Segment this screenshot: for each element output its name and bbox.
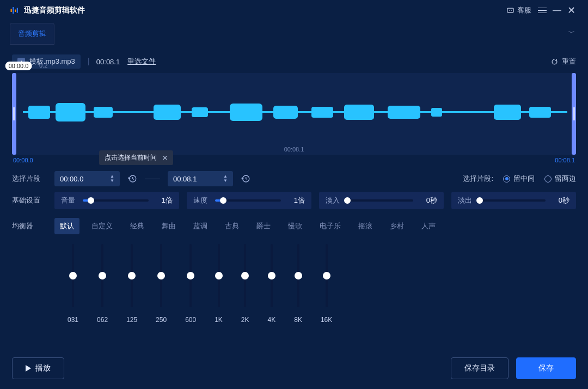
reset-label: 重置 xyxy=(562,57,576,66)
eq-band-label-062: 062 xyxy=(97,316,108,324)
eq-preset-4[interactable]: 蓝调 xyxy=(188,218,213,234)
svg-rect-12 xyxy=(192,107,208,117)
play-label: 播放 xyxy=(35,363,51,373)
segment-from-input[interactable]: 00:00.0 ▲▼ xyxy=(54,171,120,186)
eq-band-slider-1K[interactable] xyxy=(218,244,220,307)
eq-band-slider-600[interactable] xyxy=(189,244,192,307)
segment-controls: 点击选择当前时间 ✕ 选择片段 00:00.0 ▲▼ 00:08.1 ▲▼ 选择… xyxy=(0,166,588,186)
waveform-canvas[interactable]: 00:08.1 xyxy=(12,73,576,155)
eq-band-slider-125[interactable] xyxy=(131,244,133,307)
eq-band-031: 031 xyxy=(68,244,78,324)
selection-handle-left[interactable] xyxy=(12,73,16,155)
eq-preset-3[interactable]: 舞曲 xyxy=(156,218,181,234)
fadein-value: 0秒 xyxy=(420,196,437,205)
eq-band-062: 062 xyxy=(97,244,108,324)
chat-icon xyxy=(506,7,514,15)
from-history-icon[interactable] xyxy=(127,174,137,184)
eq-band-label-031: 031 xyxy=(68,316,78,324)
fadeout-slider-cell: 淡出 0秒 xyxy=(451,192,576,209)
tooltip-text: 点击选择当前时间 xyxy=(105,153,157,162)
eq-preset-1[interactable]: 自定义 xyxy=(86,218,118,234)
svg-rect-10 xyxy=(94,107,113,118)
from-step-down[interactable]: ▼ xyxy=(110,179,114,183)
svg-rect-19 xyxy=(494,105,521,120)
range-dash xyxy=(145,179,160,179)
eq-preset-6[interactable]: 爵士 xyxy=(251,218,276,234)
volume-slider-cell: 音量 1倍 xyxy=(54,192,179,209)
selection-handle-right[interactable] xyxy=(572,73,576,155)
eq-preset-2[interactable]: 经典 xyxy=(125,218,150,234)
time-tick-hint: 0.2 xyxy=(39,62,47,69)
tabs-expand-chevron[interactable]: ﹀ xyxy=(568,28,575,38)
eq-band-125: 125 xyxy=(126,244,137,324)
support-button[interactable]: 客服 xyxy=(503,3,535,17)
tab-audio-edit[interactable]: 音频剪辑 xyxy=(10,23,54,45)
eq-preset-8[interactable]: 电子乐 xyxy=(314,218,346,234)
save-dir-button[interactable]: 保存目录 xyxy=(451,357,509,379)
waveform-svg xyxy=(12,73,576,155)
volume-slider[interactable] xyxy=(83,199,149,202)
svg-rect-15 xyxy=(311,107,333,118)
to-history-icon[interactable] xyxy=(241,174,250,184)
segment-from-value: 00:00.0 xyxy=(60,175,83,183)
radio-keep-sides-label: 留两边 xyxy=(555,174,576,184)
eq-preset-10[interactable]: 乡村 xyxy=(384,218,409,234)
file-duration: 00:08.1 xyxy=(96,58,120,66)
eq-band-1K: 1K xyxy=(215,244,223,324)
minimize-button[interactable]: — xyxy=(550,5,564,15)
svg-point-6 xyxy=(511,10,512,11)
fadein-slider-cell: 淡入 0秒 xyxy=(319,192,444,209)
eq-band-label-125: 125 xyxy=(126,316,137,324)
radio-keep-sides[interactable]: 留两边 xyxy=(544,174,576,184)
to-step-down[interactable]: ▼ xyxy=(223,179,228,183)
eq-band-8K: 8K xyxy=(294,244,302,324)
svg-rect-3 xyxy=(17,8,18,13)
eq-band-4K: 4K xyxy=(268,244,276,324)
speed-slider-cell: 速度 1倍 xyxy=(187,192,311,209)
menu-button[interactable] xyxy=(535,5,550,16)
app-title: 迅捷音频剪辑软件 xyxy=(24,5,85,15)
eq-band-slider-4K[interactable] xyxy=(271,244,273,307)
eq-preset-9[interactable]: 摇滚 xyxy=(353,218,378,234)
eq-band-slider-250[interactable] xyxy=(160,244,162,307)
segment-to-input[interactable]: 00:08.1 ▲▼ xyxy=(168,171,233,186)
eq-preset-5[interactable]: 古典 xyxy=(219,218,244,234)
eq-band-slider-062[interactable] xyxy=(101,244,103,307)
rechoose-file-link[interactable]: 重选文件 xyxy=(127,57,156,66)
eq-band-slider-8K[interactable] xyxy=(297,244,299,307)
app-logo-icon xyxy=(10,5,20,15)
eq-band-label-250: 250 xyxy=(156,316,167,324)
speed-slider[interactable] xyxy=(215,199,281,202)
eq-band-label-8K: 8K xyxy=(294,316,302,324)
eq-band-slider-031[interactable] xyxy=(72,244,74,307)
close-button[interactable]: ✕ xyxy=(564,4,578,16)
svg-rect-16 xyxy=(344,105,374,120)
save-button[interactable]: 保存 xyxy=(516,357,576,379)
reset-icon xyxy=(550,58,559,66)
volume-label: 音量 xyxy=(61,196,76,205)
svg-rect-17 xyxy=(388,106,420,119)
eq-band-16K: 16K xyxy=(321,244,332,324)
save-dir-label: 保存目录 xyxy=(464,363,495,373)
play-button[interactable]: 播放 xyxy=(12,357,64,379)
segment-label: 选择片段 xyxy=(12,174,47,184)
eq-band-2K: 2K xyxy=(241,244,249,324)
file-name: 模板.mp3.mp3 xyxy=(29,57,75,66)
eq-preset-7[interactable]: 慢歌 xyxy=(283,218,308,234)
segment-mode-label: 选择片段: xyxy=(463,174,493,184)
volume-value: 1倍 xyxy=(155,196,173,205)
eq-band-label-4K: 4K xyxy=(268,316,276,324)
eq-preset-0[interactable]: 默认 xyxy=(54,218,79,234)
eq-band-slider-2K[interactable] xyxy=(244,244,246,307)
eq-band-slider-16K[interactable] xyxy=(326,244,328,307)
fadein-slider[interactable] xyxy=(347,199,413,202)
tooltip-select-current-time: 点击选择当前时间 ✕ xyxy=(99,150,173,165)
fadeout-slider[interactable] xyxy=(480,199,546,202)
radio-keep-middle[interactable]: 留中间 xyxy=(503,174,535,184)
waveform-start-time: 00:00.0 xyxy=(13,157,33,163)
eq-preset-11[interactable]: 人声 xyxy=(416,218,441,234)
reset-button[interactable]: 重置 xyxy=(550,57,576,66)
radio-keep-middle-label: 留中间 xyxy=(513,174,535,184)
tooltip-close-button[interactable]: ✕ xyxy=(162,154,168,162)
svg-rect-14 xyxy=(273,106,298,119)
